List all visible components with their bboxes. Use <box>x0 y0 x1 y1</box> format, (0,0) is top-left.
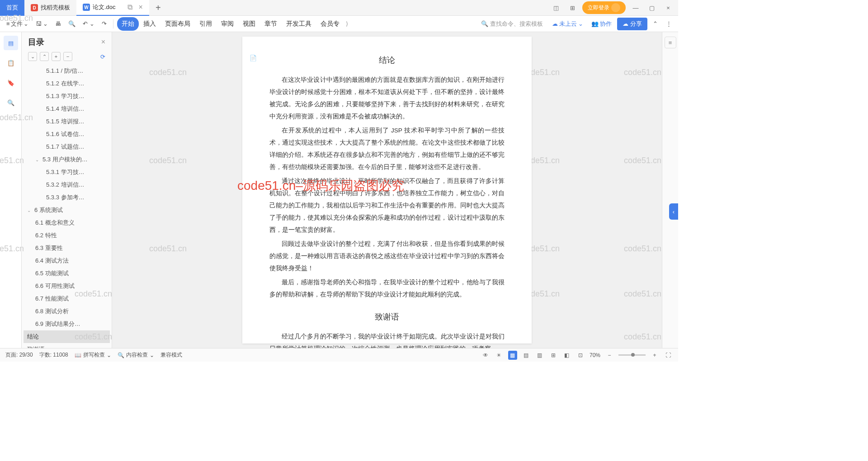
add-button[interactable]: + <box>52 52 61 61</box>
outline-item[interactable]: 6.8 测试分析 <box>24 305 110 318</box>
fullscreen-icon[interactable]: ⛶ <box>664 351 673 360</box>
ribbon-tab-0[interactable]: 开始 <box>117 17 139 31</box>
outline-item-label: 5.1.1 / 防/信… <box>46 67 83 75</box>
zoom-fit-icon[interactable]: ⊡ <box>576 351 585 360</box>
tab-home[interactable]: 首页 <box>0 0 24 16</box>
reading-mode-icon[interactable]: 👁 <box>481 351 490 360</box>
apps-icon[interactable]: ⊞ <box>566 1 579 14</box>
outline-item[interactable]: 6.9 测试结果分… <box>24 318 110 330</box>
outline-item[interactable]: 6.7 性能测试 <box>24 292 110 305</box>
close-icon[interactable]: × <box>139 3 143 11</box>
outline-item-label: 5.1.6 试卷信… <box>46 130 85 138</box>
ribbon-tab-2[interactable]: 页面布局 <box>160 17 195 31</box>
word-count[interactable]: 字数: 11008 <box>39 351 68 359</box>
undo-icon[interactable]: ↶ ⌄ <box>80 19 97 29</box>
expand-all-button[interactable]: ⌃ <box>40 52 49 61</box>
outline-item[interactable]: 5.3.2 培训信… <box>24 179 110 191</box>
ribbon-tab-3[interactable]: 引用 <box>195 17 217 31</box>
minimize-icon[interactable]: — <box>629 1 642 14</box>
outline-item[interactable]: 5.1.4 培训信… <box>24 103 110 115</box>
view-web-icon[interactable]: ▥ <box>535 351 544 360</box>
ribbon-tab-4[interactable]: 审阅 <box>217 17 238 31</box>
content-check-button[interactable]: 🔍 内容检查 ⌄ <box>118 351 154 359</box>
zoom-slider[interactable] <box>618 354 646 356</box>
tab-template[interactable]: D找稻壳模板 <box>24 0 76 16</box>
outline-item[interactable]: 5.1.1 / 防/信… <box>24 65 110 77</box>
outline-item[interactable]: ⌄5.3 用户模块的… <box>24 153 110 166</box>
outline-item[interactable]: ⌄6 系统测试 <box>24 204 110 216</box>
maximize-icon[interactable]: ▢ <box>646 1 658 14</box>
outline-item[interactable]: 5.1.6 试卷信… <box>24 128 110 141</box>
more-icon[interactable]: ⋮ <box>663 19 675 29</box>
zoom-out-icon[interactable]: − <box>605 351 614 360</box>
ribbon-tab-7[interactable]: 开发工具 <box>282 17 316 31</box>
window-split-icon[interactable]: ◫ <box>550 1 562 14</box>
menu-button[interactable]: ≡ 文件 ⌄ <box>4 18 31 30</box>
expand-icon[interactable]: ⌃ <box>650 19 660 29</box>
outline-item-label: 6.3 重要性 <box>35 244 63 252</box>
outline-close-icon[interactable]: × <box>101 38 105 46</box>
search-input[interactable]: 🔍 查找命令、搜索模板 <box>477 18 547 30</box>
outline-item[interactable]: 5.3.3 参加考… <box>24 191 110 204</box>
outline-item[interactable]: 6.3 重要性 <box>24 242 110 254</box>
zoom-in-icon[interactable]: + <box>650 351 659 360</box>
save-icon[interactable]: 🖫 ⌄ <box>33 19 51 29</box>
search-side-icon[interactable]: 🔍 <box>4 95 18 110</box>
clipboard-icon[interactable]: 📋 <box>4 56 18 70</box>
titlebar: 首页 D找稻壳模板 W 论文.doc ⧉ × + ◫ ⊞ 立即登录 — ▢ × <box>0 0 678 16</box>
collapse-all-button[interactable]: ⌄ <box>28 52 37 61</box>
redo-icon[interactable]: ↷ <box>99 19 109 29</box>
outline-item[interactable]: 6.5 功能测试 <box>24 267 110 280</box>
outline-icon[interactable]: ▤ <box>4 36 18 50</box>
ribbon-tab-6[interactable]: 章节 <box>260 17 282 31</box>
outline-item[interactable]: 5.3.1 学习技… <box>24 166 110 179</box>
cloud-button[interactable]: ☁ 未上云 ⌄ <box>549 18 586 30</box>
outline-item[interactable]: 5.1.5 培训报… <box>24 115 110 128</box>
right-panel-toggle[interactable]: ≡ <box>665 37 676 48</box>
ruler-icon[interactable]: ◧ <box>562 351 571 360</box>
ribbon-tab-8[interactable]: 会员专 <box>316 17 344 31</box>
chevron-down-icon: ⌄ <box>27 208 33 213</box>
view-page-icon[interactable]: ▦ <box>508 351 517 360</box>
outline-item-label: 6.6 可用性测试 <box>35 282 75 290</box>
new-tab-button[interactable]: + <box>149 3 167 13</box>
paragraph: 经过几个多月的不断学习，我的毕业设计终于如期完成。此次毕业设计是对我们日常所学计… <box>269 330 505 348</box>
tab-document[interactable]: W 论文.doc ⧉ × <box>76 0 149 16</box>
outline-item[interactable]: 5.1.3 学习技… <box>24 90 110 103</box>
view-print-icon[interactable]: ⊞ <box>549 351 558 360</box>
outline-item[interactable]: 6.1 概念和意义 <box>24 216 110 229</box>
window-close-icon[interactable]: × <box>662 1 675 14</box>
outline-item-label: 5.3.1 学习技… <box>46 168 85 176</box>
view-outline-icon[interactable]: ▤ <box>522 351 531 360</box>
outline-item[interactable]: 结论 <box>24 330 110 343</box>
overflow-indicator[interactable]: ⟩ <box>346 20 348 27</box>
outline-item[interactable]: 6.6 可用性测试 <box>24 280 110 292</box>
document-area[interactable]: 📄 结论 在这次毕业设计中遇到的最困难的方面就是在数据库方面的知识，在刚开始进行… <box>112 32 662 348</box>
login-button[interactable]: 立即登录 <box>582 1 626 14</box>
outline-item[interactable]: 6.2 特性 <box>24 229 110 242</box>
outline-item[interactable]: 6.4 测试方法 <box>24 254 110 267</box>
outline-item[interactable]: 5.1.7 试题信… <box>24 141 110 153</box>
focus-mode-icon[interactable]: ☀ <box>495 351 504 360</box>
compat-mode[interactable]: 兼容模式 <box>160 351 182 359</box>
page-action-icon[interactable]: 📄 <box>250 55 257 61</box>
popout-icon[interactable]: ⧉ <box>127 3 132 11</box>
ribbon-tab-5[interactable]: 视图 <box>238 17 260 31</box>
page-indicator[interactable]: 页面: 29/30 <box>5 351 33 359</box>
page: 📄 结论 在这次毕业设计中遇到的最困难的方面就是在数据库方面的知识，在刚开始进行… <box>242 37 532 343</box>
outline-item-label: 5.1.2 在线学… <box>46 80 85 88</box>
bookmark-icon[interactable]: 🔖 <box>4 75 18 90</box>
spellcheck-label: 拼写检查 <box>83 351 105 359</box>
remove-button[interactable]: − <box>63 52 72 61</box>
print-icon[interactable]: 🖶 <box>52 19 64 29</box>
share-button[interactable]: ☁ 分享 <box>617 18 647 30</box>
float-tab-button[interactable]: ‹ <box>669 203 678 220</box>
zoom-level[interactable]: 70% <box>590 352 600 358</box>
preview-icon[interactable]: 🔍 <box>66 19 78 29</box>
outline-item[interactable]: 5.1.2 在线学… <box>24 77 110 90</box>
collab-button[interactable]: 👥 协作 <box>589 18 614 30</box>
ribbon-tab-1[interactable]: 插入 <box>139 17 160 31</box>
refresh-icon[interactable]: ⟳ <box>100 53 105 60</box>
spellcheck-button[interactable]: 📖 拼写检查 ⌄ <box>75 351 111 359</box>
outline-item[interactable]: 致谢语 <box>24 343 110 348</box>
